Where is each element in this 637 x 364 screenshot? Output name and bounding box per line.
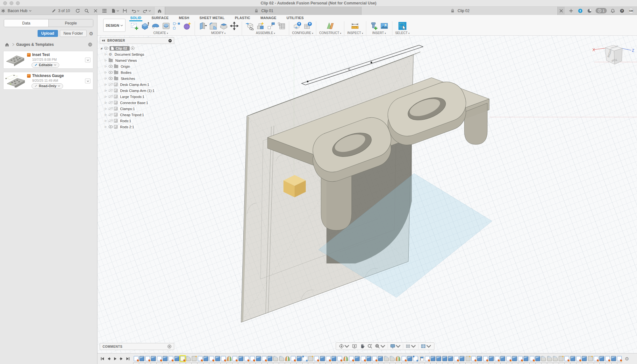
configuration-table-icon[interactable] [303,21,313,31]
display-settings-icon[interactable] [389,344,402,349]
timeline-feature-sketch[interactable] [425,356,430,361]
grid-settings-icon[interactable] [404,344,417,349]
timeline-feature-sketch[interactable] [145,356,150,361]
file-menu-icon[interactable] [110,8,117,14]
folder-name[interactable]: Gauges & Templates [16,42,54,47]
browser-item-document-settings[interactable]: ▷⚙Document Settings [100,51,174,57]
panel-settings-gear-icon[interactable]: ⚙ [89,31,93,36]
browser-item-connector-base-1[interactable]: ▷Connector Base:1 [100,100,174,106]
browser-item-rods-2-1[interactable]: ▷Rods 2:1 [100,124,174,130]
eye-hidden-icon[interactable] [109,83,113,86]
group-label-configure[interactable]: CONFIGURE ▾ [292,31,313,35]
timeline-feature-sketch[interactable] [530,356,534,361]
fit-icon[interactable] [374,344,386,349]
timeline-feature-extrude[interactable] [355,356,360,361]
timeline-skip-start-button[interactable] [100,357,104,361]
timeline-feature-fillet[interactable] [279,356,284,361]
timeline-feature-sketch[interactable] [402,356,406,361]
timeline-feature-base[interactable] [588,356,593,361]
shell-icon[interactable] [219,21,228,31]
timeline-feature-extrude[interactable] [140,356,144,361]
orbit-icon[interactable] [338,344,350,349]
timeline-feature-sketch[interactable] [221,356,226,361]
insert-image-icon[interactable] [380,21,389,31]
browser-item-sketches[interactable]: ▷Sketches [100,75,174,81]
app-grid-icon[interactable] [101,8,108,14]
construction-plane-icon[interactable] [326,21,335,31]
expand-arrow-icon[interactable]: ▷ [104,53,107,56]
expand-arrow-icon[interactable]: ▷ [104,65,107,68]
timeline-feature-extrude[interactable] [448,356,453,361]
timeline-feature-sketch[interactable] [337,356,342,361]
eye-hidden-icon[interactable] [109,119,113,122]
insert-derive-icon[interactable] [245,21,254,31]
timeline-feature-sketch[interactable] [454,356,459,361]
zoom-icon[interactable] [366,344,373,349]
cad-model[interactable] [97,36,637,353]
job-count-badge[interactable]: 1 [596,8,607,13]
expand-arrow-icon[interactable]: ▷ [104,113,107,116]
group-label-modify[interactable]: MODIFY ▾ [211,31,225,35]
viewports-icon[interactable] [420,344,432,349]
expand-arrow-icon[interactable]: ▷ [104,59,107,62]
timeline-feature-base[interactable] [466,356,470,361]
timeline-feature-base[interactable] [559,356,563,361]
timeline-settings-gear-icon[interactable]: ⚙ [625,356,629,361]
timeline-feature-sketch[interactable] [349,356,354,361]
timeline-feature-sketch[interactable] [157,356,162,361]
timeline-feature-sketch[interactable] [518,356,523,361]
timeline-feature-extrude[interactable] [431,356,435,361]
timeline-feature-base[interactable] [308,356,313,361]
version-badge[interactable]: 3 of 10 [51,8,70,14]
eye-hidden-icon[interactable] [109,89,113,92]
timeline-feature-mirror[interactable] [396,356,400,361]
browser-item-desk-clamp-arm-1[interactable]: ▷Desk Clamp Arm:1 [100,81,174,88]
configuration-icon[interactable] [293,21,302,31]
timeline-feature-extrude[interactable] [367,356,371,361]
remove-filter-icon[interactable] [168,39,172,43]
timeline-feature-extrude[interactable] [256,356,261,361]
eye-hidden-icon[interactable] [109,95,113,98]
timeline-feature-dimension[interactable] [413,356,418,361]
item-menu-button[interactable] [85,79,90,83]
move-icon[interactable] [229,21,239,31]
expand-arrow-icon[interactable]: ▷ [104,101,107,104]
save-icon[interactable] [122,8,128,14]
browser-root-row[interactable]: ◢ Clip 02 [100,45,174,51]
job-status-icon[interactable] [586,8,593,14]
eye-visible-icon[interactable] [109,71,113,74]
file-card-inset-test[interactable]: Inset Test 10/7/25 8:08 PM Editable [3,51,93,69]
timeline-step-forward-button[interactable] [119,357,124,361]
eye-visible-icon[interactable] [109,77,113,80]
notifications-bell-icon[interactable] [610,8,616,14]
timeline-feature-sketch[interactable] [250,356,255,361]
eye-visible-icon[interactable] [109,65,113,68]
timeline-feature-fillet[interactable] [541,356,546,361]
file-card-thickness-gauge[interactable]: Thickness Gauge 9/20/25 11:49 AM Read-On… [3,72,93,90]
timeline-feature-mirror[interactable] [285,356,290,361]
pan-icon[interactable] [359,344,366,349]
revolve-icon[interactable] [151,21,160,31]
timeline-feature-sketch[interactable] [483,356,488,361]
new-component-icon[interactable] [255,21,265,31]
expand-arrow-icon[interactable]: ▷ [104,125,107,128]
timeline-feature-extrude[interactable] [204,356,208,361]
timeline-feature-extrude[interactable] [320,356,325,361]
browser-header[interactable]: BROWSER [100,37,174,44]
create-form-icon[interactable] [182,21,192,31]
group-label-select[interactable]: SELECT ▾ [395,31,410,35]
timeline-feature-extrude[interactable] [460,356,464,361]
timeline-feature-extrude[interactable] [582,356,587,361]
timeline-feature-extrude[interactable] [599,356,604,361]
eye-icon[interactable] [104,47,108,50]
timeline-feature-sketch[interactable] [134,356,139,361]
home-icon[interactable] [4,41,10,48]
access-dropdown[interactable]: Read-Only [32,83,63,89]
timeline-feature-extrude[interactable] [442,356,447,361]
timeline-feature-fillet[interactable] [384,356,389,361]
hub-switcher[interactable]: Bacon Hub [8,9,32,13]
timeline-feature-extrude[interactable] [570,356,575,361]
online-sync-icon[interactable] [87,41,93,48]
extrude-icon[interactable] [140,21,150,31]
browser-item-named-views[interactable]: ▷Named Views [100,57,174,63]
